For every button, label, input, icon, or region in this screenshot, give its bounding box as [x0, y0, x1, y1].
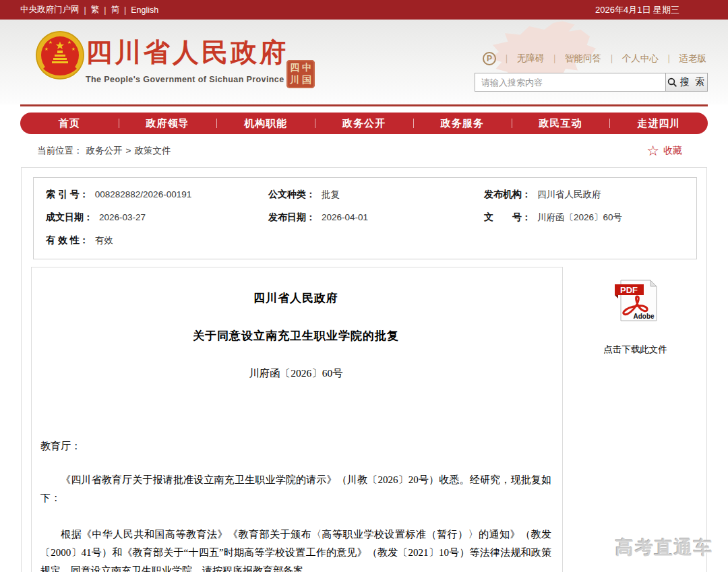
document-salutation: 教育厅：: [40, 440, 551, 453]
search-input[interactable]: [475, 73, 665, 92]
site-header: ★ ★ ★ ★ ★ 四川省人民政府 The People's Governmen…: [0, 20, 728, 104]
current-date: 2026年4月1日 星期三: [595, 4, 679, 16]
search-area: 搜 索: [475, 73, 708, 92]
document-type-value: 批复: [322, 189, 340, 201]
document-number-value: 川府函〔2026〕60号: [537, 212, 622, 224]
index-number-value: 008282882/2026-00191: [95, 189, 191, 199]
metadata-row: 有 效 性： 有效: [34, 229, 696, 252]
site-name-english: The People's Government of Sichuan Provi…: [86, 75, 289, 84]
document-type-label: 公文种类：: [268, 189, 315, 201]
nav-item-government-affairs[interactable]: 政务公开: [315, 113, 413, 134]
separator: |: [124, 5, 126, 15]
separator: |: [104, 5, 106, 15]
written-date-value: 2026-03-27: [99, 212, 146, 222]
separator: ｜: [502, 53, 511, 65]
nav-item-institutions[interactable]: 机构职能: [216, 113, 315, 134]
breadcrumb-item-gov-affairs[interactable]: 政务公开: [86, 145, 123, 157]
china-sichuan-seal-icon: 四中川国: [286, 60, 315, 88]
star-icon: ☆: [646, 144, 659, 158]
issuing-agency-value: 四川省人民政府: [537, 189, 601, 201]
separator: |: [84, 5, 86, 15]
publish-date-label: 发布日期：: [268, 212, 315, 224]
index-number-label: 索 引 号：: [46, 189, 89, 201]
content-container: 索 引 号： 008282882/2026-00191 公文种类： 批复 发布机…: [21, 167, 707, 572]
search-button[interactable]: 搜 索: [665, 73, 708, 92]
separator: ｜: [550, 53, 559, 65]
svg-text:★: ★: [67, 40, 71, 44]
top-bar-links: 中央政府门户网 | 繁 | 简 | English: [20, 4, 158, 15]
publish-date-value: 2026-04-01: [322, 212, 368, 222]
traditional-chinese-link[interactable]: 繁: [91, 4, 100, 15]
site-title-block: 四川省人民政府 The People's Government of Sichu…: [86, 34, 289, 84]
nav-item-public-interaction[interactable]: 政民互动: [512, 113, 610, 134]
site-name: 四川省人民政府: [86, 34, 289, 71]
nav-item-home[interactable]: 首页: [20, 113, 119, 134]
favorite-label: 收藏: [663, 145, 682, 157]
nav-item-government-services[interactable]: 政务服务: [413, 113, 512, 134]
simplified-chinese-link[interactable]: 简: [111, 4, 120, 15]
breadcrumb-separator: >: [126, 146, 131, 156]
svg-text:Adobe: Adobe: [633, 313, 655, 320]
search-icon: [667, 77, 677, 88]
nav-item-government-leaders[interactable]: 政府领导: [119, 113, 217, 134]
metadata-row: 索 引 号： 008282882/2026-00191 公文种类： 批复 发布机…: [34, 183, 696, 206]
metadata-row: 成文日期： 2026-03-27 发布日期： 2026-04-01 文 号： 川…: [34, 206, 696, 229]
issuing-agency-label: 发布机构：: [484, 189, 531, 201]
central-gov-portal-link[interactable]: 中央政府门户网: [20, 4, 80, 15]
download-file-link[interactable]: 点击下载此文件: [563, 344, 708, 356]
pdf-file-icon[interactable]: PDF Adobe: [612, 279, 659, 325]
document-number: 川府函〔2026〕60号: [40, 367, 551, 381]
breadcrumb: 当前位置： 政务公开 > 政策文件: [37, 145, 171, 157]
svg-text:★: ★: [71, 46, 75, 51]
search-button-label: 搜 索: [680, 76, 706, 88]
personal-center-link[interactable]: 个人中心: [622, 53, 659, 65]
separator: ｜: [607, 53, 616, 65]
document-body: 四川省人民政府 关于同意设立南充卫生职业学院的批复 川府函〔2026〕60号 教…: [31, 267, 563, 572]
written-date-label: 成文日期：: [46, 212, 93, 224]
smart-qa-link[interactable]: 智能问答: [565, 53, 601, 65]
breadcrumb-item-policy-documents[interactable]: 政策文件: [134, 145, 171, 157]
english-link[interactable]: English: [131, 5, 158, 15]
document-metadata-box: 索 引 号： 008282882/2026-00191 公文种类： 批复 发布机…: [33, 177, 697, 259]
svg-text:PDF: PDF: [620, 285, 638, 295]
attachment-panel: PDF Adobe 点击下载此文件: [563, 279, 708, 356]
accessibility-link[interactable]: 无障碍: [517, 53, 545, 65]
svg-text:★: ★: [55, 40, 65, 51]
nav-item-into-sichuan[interactable]: 走进四川: [609, 113, 708, 134]
elderly-version-link[interactable]: 适老版: [679, 53, 707, 65]
separator: ｜: [665, 53, 673, 65]
national-emblem-icon: ★ ★ ★ ★ ★: [35, 30, 85, 80]
document-issuing-org: 四川省人民政府: [40, 290, 551, 306]
national-emblem-logo: ★ ★ ★ ★ ★: [35, 30, 85, 80]
main-navigation: 首页 政府领导 机构职能 政务公开 政务服务 政民互动 走进四川: [20, 113, 708, 134]
validity-label: 有 效 性：: [46, 234, 89, 247]
validity-value: 有效: [95, 234, 113, 247]
document-paragraph: 《四川省教育厅关于报请批准设立南充卫生职业学院的请示》（川教〔2026〕20号）…: [40, 471, 551, 507]
watermark-text: 高考直通车: [615, 536, 713, 560]
accessibility-p-icon[interactable]: P: [483, 52, 496, 65]
document-title: 关于同意设立南充卫生职业学院的批复: [40, 328, 551, 344]
favorite-button[interactable]: ☆ 收藏: [646, 144, 682, 158]
svg-text:★: ★: [44, 46, 49, 51]
document-paragraph: 根据《中华人民共和国高等教育法》《教育部关于颁布〈高等职业学校设置标准（暂行）〉…: [40, 526, 551, 572]
top-bar: 中央政府门户网 | 繁 | 简 | English 2026年4月1日 星期三: [0, 0, 728, 20]
header-quick-links: P ｜ 无障碍 ｜ 智能问答 ｜ 个人中心 ｜ 适老版: [483, 52, 706, 65]
breadcrumb-bar: 当前位置： 政务公开 > 政策文件 ☆ 收藏: [0, 134, 728, 167]
breadcrumb-label: 当前位置：: [37, 145, 83, 157]
header-divider-line: [20, 104, 708, 106]
document-number-label: 文 号：: [484, 212, 531, 224]
svg-text:★: ★: [49, 40, 53, 44]
